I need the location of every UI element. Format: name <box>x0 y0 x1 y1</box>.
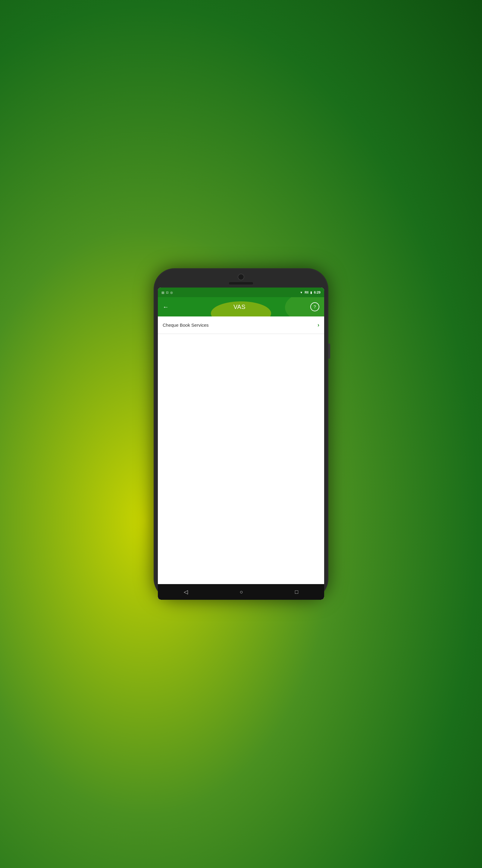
bottom-nav-bar: ◁ ○ □ <box>158 584 324 600</box>
phone-device: ▤ ⊡ ◎ ▼ Rll ▮ 6:29 ← VAS ? Cheque Book S… <box>154 268 328 600</box>
circle-icon: ◎ <box>170 291 173 294</box>
clock: 6:29 <box>314 290 321 294</box>
home-nav-button[interactable]: ○ <box>240 589 243 595</box>
wifi-icon: ▼ <box>300 291 303 294</box>
app-bar: ← VAS ? <box>158 297 324 316</box>
earpiece-speaker <box>229 282 253 284</box>
status-left-icons: ▤ ⊡ ◎ <box>161 291 173 294</box>
sms-icon: ▤ <box>161 291 164 294</box>
battery-icon: ▮ <box>310 291 312 294</box>
volume-button <box>328 344 330 359</box>
menu-item-label: Cheque Book Services <box>163 322 209 328</box>
back-button[interactable]: ← <box>163 304 169 310</box>
status-bar: ▤ ⊡ ◎ ▼ Rll ▮ 6:29 <box>158 287 324 297</box>
menu-content: Cheque Book Services › <box>158 316 324 584</box>
back-nav-button[interactable]: ◁ <box>184 589 188 595</box>
recent-apps-nav-button[interactable]: □ <box>295 589 298 595</box>
chevron-right-icon: › <box>318 322 319 328</box>
phone-screen: ▤ ⊡ ◎ ▼ Rll ▮ 6:29 ← VAS ? Cheque Book S… <box>158 287 324 600</box>
app-bar-title: VAS <box>233 304 246 310</box>
help-icon: ? <box>314 304 316 309</box>
empty-content-area <box>158 334 324 584</box>
cheque-book-services-item[interactable]: Cheque Book Services › <box>158 316 324 334</box>
photo-icon: ⊡ <box>166 291 168 294</box>
phone-top <box>158 274 324 284</box>
front-camera <box>238 274 244 280</box>
signal-icon: Rll <box>304 291 309 294</box>
status-right-area: ▼ Rll ▮ 6:29 <box>300 290 321 294</box>
help-button[interactable]: ? <box>310 302 319 311</box>
